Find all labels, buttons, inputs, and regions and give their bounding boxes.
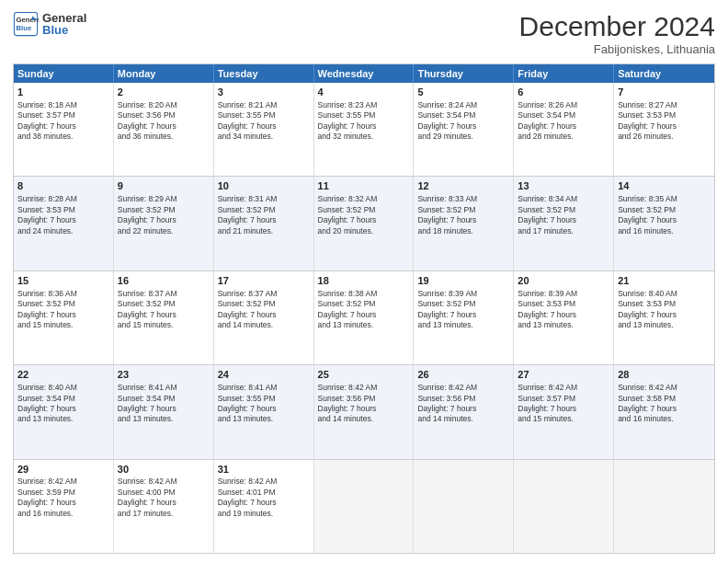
calendar-row-2: 8Sunrise: 8:28 AMSunset: 3:53 PMDaylight… — [14, 176, 714, 270]
day-info-line: and 24 minutes. — [17, 226, 109, 236]
day-info-line: Sunset: 3:57 PM — [518, 394, 609, 404]
day-info-line: Sunrise: 8:42 AM — [618, 383, 711, 393]
day-info-line: Daylight: 7 hours — [417, 121, 509, 132]
day-info-line: and 13 minutes. — [218, 414, 310, 424]
day-info-line: Daylight: 7 hours — [218, 404, 310, 414]
day-number: 3 — [218, 86, 310, 99]
table-row — [514, 460, 614, 553]
day-info-line: Sunrise: 8:40 AM — [17, 383, 109, 393]
day-info-line: Daylight: 7 hours — [417, 215, 509, 225]
table-row: 10Sunrise: 8:31 AMSunset: 3:52 PMDayligh… — [214, 177, 314, 270]
day-info-line: Daylight: 7 hours — [518, 215, 609, 225]
day-info-line: and 13 minutes. — [518, 320, 609, 330]
table-row: 12Sunrise: 8:33 AMSunset: 3:52 PMDayligh… — [414, 177, 514, 270]
table-row: 28Sunrise: 8:42 AMSunset: 3:58 PMDayligh… — [614, 365, 714, 458]
table-row: 3Sunrise: 8:21 AMSunset: 3:55 PMDaylight… — [214, 83, 314, 176]
day-info-line: and 15 minutes. — [518, 414, 609, 424]
logo-text: General Blue — [42, 11, 86, 37]
day-info-line: Daylight: 7 hours — [318, 310, 410, 320]
page: General Blue General Blue December 2024 … — [0, 0, 728, 563]
day-info-line: and 14 minutes. — [218, 320, 310, 330]
table-row: 22Sunrise: 8:40 AMSunset: 3:54 PMDayligh… — [14, 365, 114, 458]
day-info-line: Daylight: 7 hours — [17, 310, 109, 320]
day-info-line: and 13 minutes. — [417, 320, 509, 330]
table-row: 26Sunrise: 8:42 AMSunset: 3:56 PMDayligh… — [414, 365, 514, 458]
day-info-line: Sunset: 3:54 PM — [518, 110, 609, 121]
day-info-line: Sunrise: 8:42 AM — [518, 383, 609, 393]
table-row: 15Sunrise: 8:36 AMSunset: 3:52 PMDayligh… — [14, 271, 114, 364]
day-number: 24 — [218, 368, 310, 382]
day-info-line: Sunrise: 8:26 AM — [518, 100, 609, 110]
day-info-line: Sunset: 3:54 PM — [118, 394, 210, 404]
table-row: 1Sunrise: 8:18 AMSunset: 3:57 PMDaylight… — [14, 83, 114, 176]
day-info-line: and 20 minutes. — [318, 226, 410, 236]
table-row: 16Sunrise: 8:37 AMSunset: 3:52 PMDayligh… — [114, 271, 214, 364]
day-info-line: Sunrise: 8:24 AM — [417, 100, 509, 110]
calendar-row-4: 22Sunrise: 8:40 AMSunset: 3:54 PMDayligh… — [14, 364, 714, 458]
day-info-line: Sunrise: 8:42 AM — [218, 477, 310, 487]
day-info-line: Sunset: 3:57 PM — [17, 110, 109, 121]
day-number: 20 — [518, 274, 609, 288]
day-number: 19 — [417, 274, 509, 288]
day-info-line: Sunrise: 8:42 AM — [417, 383, 509, 393]
calendar-body: 1Sunrise: 8:18 AMSunset: 3:57 PMDaylight… — [14, 83, 714, 553]
day-info-line: Sunrise: 8:37 AM — [118, 289, 210, 299]
day-info-line: and 14 minutes. — [417, 414, 509, 424]
table-row: 2Sunrise: 8:20 AMSunset: 3:56 PMDaylight… — [114, 83, 214, 176]
day-info-line: Daylight: 7 hours — [17, 404, 109, 414]
table-row: 13Sunrise: 8:34 AMSunset: 3:52 PMDayligh… — [514, 177, 614, 270]
day-info-line: Daylight: 7 hours — [118, 215, 210, 225]
header-cell-saturday: Saturday — [614, 64, 714, 83]
day-info-line: Sunset: 3:52 PM — [218, 205, 310, 215]
day-info-line: Sunset: 3:52 PM — [417, 299, 509, 309]
day-info-line: Sunset: 3:58 PM — [618, 394, 711, 404]
day-info-line: Sunrise: 8:21 AM — [218, 100, 310, 110]
day-info-line: and 21 minutes. — [218, 226, 310, 236]
table-row: 25Sunrise: 8:42 AMSunset: 3:56 PMDayligh… — [314, 365, 415, 458]
day-info-line: Sunset: 3:55 PM — [218, 394, 310, 404]
day-number: 13 — [518, 179, 609, 193]
day-info-line: Daylight: 7 hours — [417, 310, 509, 320]
day-number: 27 — [518, 368, 609, 382]
table-row: 20Sunrise: 8:39 AMSunset: 3:53 PMDayligh… — [514, 271, 614, 364]
header-cell-wednesday: Wednesday — [314, 64, 415, 83]
day-info-line: and 32 minutes. — [318, 132, 410, 142]
table-row: 4Sunrise: 8:23 AMSunset: 3:55 PMDaylight… — [314, 83, 415, 176]
day-info-line: Sunrise: 8:41 AM — [218, 383, 310, 393]
day-number: 25 — [318, 368, 410, 382]
day-info-line: and 26 minutes. — [618, 132, 711, 142]
day-number: 10 — [218, 179, 310, 193]
day-info-line: Sunset: 3:52 PM — [518, 205, 609, 215]
day-info-line: Sunset: 3:53 PM — [618, 110, 711, 121]
day-info-line: and 16 minutes. — [618, 226, 711, 236]
table-row: 31Sunrise: 8:42 AMSunset: 4:01 PMDayligh… — [214, 460, 314, 553]
day-info-line: Sunrise: 8:28 AM — [17, 194, 109, 204]
day-number: 29 — [17, 463, 109, 477]
day-info-line: Daylight: 7 hours — [218, 310, 310, 320]
logo-icon: General Blue — [13, 11, 39, 37]
day-info-line: and 16 minutes. — [618, 414, 711, 424]
day-info-line: Daylight: 7 hours — [318, 215, 410, 225]
day-info-line: and 29 minutes. — [417, 132, 509, 142]
table-row: 24Sunrise: 8:41 AMSunset: 3:55 PMDayligh… — [214, 365, 314, 458]
day-info-line: and 28 minutes. — [518, 132, 609, 142]
day-number: 23 — [118, 368, 210, 382]
day-number: 1 — [17, 86, 109, 99]
day-number: 26 — [417, 368, 509, 382]
table-row: 14Sunrise: 8:35 AMSunset: 3:52 PMDayligh… — [614, 177, 714, 270]
day-info-line: and 13 minutes. — [618, 320, 711, 330]
day-number: 15 — [17, 274, 109, 288]
day-info-line: Sunset: 4:00 PM — [118, 488, 210, 498]
day-number: 21 — [618, 274, 711, 288]
calendar-header: SundayMondayTuesdayWednesdayThursdayFrid… — [14, 64, 714, 83]
day-info-line: Daylight: 7 hours — [518, 121, 609, 132]
table-row — [414, 460, 514, 553]
day-info-line: Sunrise: 8:39 AM — [518, 289, 609, 299]
table-row — [314, 460, 415, 553]
day-info-line: Sunset: 3:55 PM — [318, 110, 410, 121]
day-info-line: Sunset: 3:59 PM — [17, 488, 109, 498]
day-info-line: Sunset: 3:53 PM — [17, 205, 109, 215]
day-info-line: Sunset: 3:52 PM — [618, 205, 711, 215]
day-info-line: Sunrise: 8:38 AM — [318, 289, 410, 299]
day-info-line: Daylight: 7 hours — [318, 404, 410, 414]
